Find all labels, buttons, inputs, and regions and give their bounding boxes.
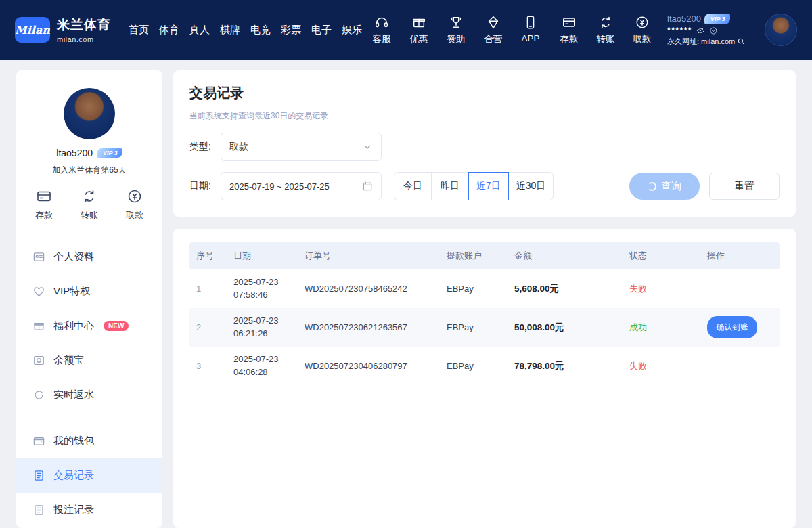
type-select[interactable]: 取款 xyxy=(221,133,382,161)
status-badge: 成功 xyxy=(629,322,647,332)
range-yesterday-button[interactable]: 昨日 xyxy=(431,172,469,200)
type-select-value: 取款 xyxy=(229,141,248,153)
logo[interactable]: Milan 米兰体育 milan.com xyxy=(15,16,111,43)
sidebar-item-rebate[interactable]: 实时返水 xyxy=(16,378,162,412)
range-7days-button[interactable]: 近7日 xyxy=(468,172,509,200)
sidebar-item-profile[interactable]: 个人资料 xyxy=(16,240,162,274)
range-today-button[interactable]: 今日 xyxy=(394,172,432,200)
milan-logo-icon: Milan xyxy=(15,17,50,43)
app-icon xyxy=(523,15,538,30)
type-label: 类型: xyxy=(189,141,221,153)
cell-action: 确认到账 xyxy=(700,308,780,347)
range-30days-button[interactable]: 近30日 xyxy=(508,172,554,200)
transfer-icon xyxy=(81,188,97,204)
col-account: 提款账户 xyxy=(440,242,508,269)
table-header-row: 序号 日期 订单号 提款账户 金额 状态 操作 xyxy=(189,242,780,269)
sponsor-link[interactable]: 赞助 xyxy=(442,15,470,45)
promo-link[interactable]: 优惠 xyxy=(405,15,433,45)
refresh-balance-icon[interactable] xyxy=(709,26,718,35)
col-action: 操作 xyxy=(700,242,780,269)
bet-records-icon xyxy=(32,504,45,516)
nav-item-live[interactable]: 真人 xyxy=(189,24,210,37)
quick-action-deposit[interactable]: 存款 xyxy=(35,188,53,221)
main-area: 交易记录 当前系统支持查询最近30日的交易记录 类型: 取款 日期: 2025-… xyxy=(173,70,796,528)
quick-action-label: 转账 xyxy=(81,209,98,221)
withdraw-label: 取款 xyxy=(633,33,652,45)
nav-item-chess[interactable]: 棋牌 xyxy=(220,24,240,37)
nav-item-slots[interactable]: 电子 xyxy=(311,24,332,37)
calendar-icon xyxy=(362,181,373,192)
menu-label: 投注记录 xyxy=(53,504,94,516)
eye-off-icon[interactable] xyxy=(696,26,705,35)
nav-item-entertainment[interactable]: 娱乐 xyxy=(342,24,362,37)
new-badge: NEW xyxy=(104,321,129,331)
username: ltao5200 xyxy=(667,13,701,25)
sidebar-item-yuebao[interactable]: 余额宝 xyxy=(16,343,162,378)
balance-vault-icon xyxy=(32,354,45,367)
col-status: 状态 xyxy=(623,242,700,269)
cell-status: 失败 xyxy=(623,347,700,385)
header-right: 客服 优惠 赞助 合营 xyxy=(367,13,797,47)
quick-action-label: 取款 xyxy=(126,209,143,221)
user-avatar[interactable] xyxy=(765,14,797,46)
cell-account: EBPay xyxy=(440,269,508,308)
sidebar-item-welfare[interactable]: 福利中心 NEW xyxy=(16,309,162,343)
nav-item-sports[interactable]: 体育 xyxy=(159,24,179,37)
query-button[interactable]: 查询 xyxy=(629,173,700,200)
records-table-card: 序号 日期 订单号 提款账户 金额 状态 操作 1 2025-07-23 xyxy=(173,229,796,528)
sidebar-item-transactions[interactable]: 交易记录 xyxy=(16,458,162,493)
quick-range-group: 今日 昨日 近7日 近30日 xyxy=(394,172,554,200)
records-table: 序号 日期 订单号 提款账户 金额 状态 操作 1 2025-07-23 xyxy=(189,242,780,385)
deposit-link[interactable]: 存款 xyxy=(555,15,583,45)
sidebar-menu-secondary: 我的钱包 交易记录 投注记录 xyxy=(16,421,162,528)
magnifier-icon[interactable] xyxy=(737,37,745,45)
time-value: 07:58:46 xyxy=(233,289,291,302)
partner-link[interactable]: 合营 xyxy=(479,15,508,45)
reset-button[interactable]: 重置 xyxy=(709,173,780,200)
quick-links: 客服 优惠 赞助 合营 xyxy=(367,15,545,45)
sidebar-username: ltao5200 xyxy=(56,148,93,158)
cell-amount: 5,608.00元 xyxy=(508,269,623,308)
sponsor-icon xyxy=(449,15,464,30)
masked-balance: ****** xyxy=(667,25,692,37)
date-filter-row: 日期: 2025-07-19 ~ 2025-07-25 今日 昨日 近7日 近3… xyxy=(189,172,780,200)
nav-item-home[interactable]: 首页 xyxy=(129,24,149,37)
nav-item-lottery[interactable]: 彩票 xyxy=(281,24,301,37)
transfer-icon xyxy=(598,15,613,30)
quick-action-transfer[interactable]: 转账 xyxy=(81,188,98,221)
wallet-icon xyxy=(32,435,45,447)
deposit-label: 存款 xyxy=(560,33,579,45)
date-range-input[interactable]: 2025-07-19 ~ 2025-07-25 xyxy=(221,172,382,200)
sidebar-avatar[interactable] xyxy=(64,88,115,139)
cell-account: EBPay xyxy=(440,347,508,385)
sidebar-item-wallet[interactable]: 我的钱包 xyxy=(16,424,162,458)
withdraw-link[interactable]: 取款 xyxy=(628,15,656,45)
status-badge: 失败 xyxy=(629,284,647,294)
cell-status: 失败 xyxy=(623,269,700,308)
nav-item-esports[interactable]: 电竞 xyxy=(250,24,271,37)
chevron-down-icon xyxy=(362,141,373,152)
quick-action-withdraw[interactable]: 取款 xyxy=(126,188,143,221)
logo-domain: milan.com xyxy=(57,35,111,43)
menu-label: 实时返水 xyxy=(53,389,94,401)
logo-name: 米兰体育 xyxy=(57,16,111,34)
sidebar-item-vip[interactable]: VIP特权 xyxy=(16,274,162,309)
app-link[interactable]: APP xyxy=(516,15,545,45)
date-label: 日期: xyxy=(189,180,221,192)
main-nav: 首页 体育 真人 棋牌 电竞 彩票 电子 娱乐 xyxy=(129,24,362,37)
transfer-label: 转账 xyxy=(597,33,615,45)
quick-action-label: 存款 xyxy=(35,209,53,221)
sidebar-menu: 个人资料 VIP特权 福利中心 NEW 余额宝 实时返水 xyxy=(16,237,162,415)
confirm-receipt-button[interactable]: 确认到账 xyxy=(707,316,757,338)
page-subtitle: 当前系统支持查询最近30日的交易记录 xyxy=(189,110,780,122)
user-info[interactable]: ltao5200 VIP 3 ****** 永久网址: milan.com xyxy=(667,13,757,47)
withdraw-icon xyxy=(635,15,650,30)
service-link[interactable]: 客服 xyxy=(367,15,396,45)
welfare-gift-icon xyxy=(32,320,45,332)
date-range-value: 2025-07-19 ~ 2025-07-25 xyxy=(229,181,330,192)
transfer-link[interactable]: 转账 xyxy=(591,15,620,45)
sidebar-quick-actions: 存款 转账 取款 xyxy=(16,176,162,231)
promo-label: 优惠 xyxy=(410,33,428,45)
sidebar-item-bets[interactable]: 投注记录 xyxy=(16,493,162,527)
headset-icon xyxy=(374,15,389,30)
